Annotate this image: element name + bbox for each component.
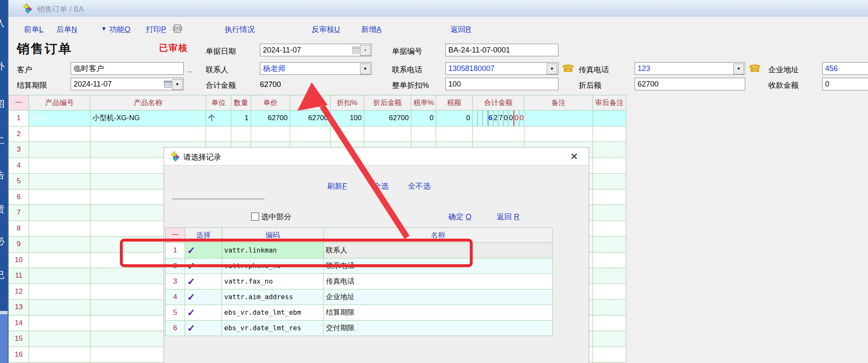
table-cell[interactable]: 6: [8, 189, 29, 205]
row-checkmark-icon[interactable]: ✓: [185, 258, 222, 274]
table-cell[interactable]: 15: [8, 331, 29, 347]
table-cell[interactable]: [593, 205, 626, 221]
table-cell[interactable]: [29, 316, 90, 331]
discount-input[interactable]: 100: [445, 78, 558, 90]
table-cell[interactable]: [251, 126, 290, 142]
dialog-table-row[interactable]: 4✓vattr.aim_address企业地址: [165, 289, 553, 305]
dialog-table-row[interactable]: 5✓ebs_vr.date_lmt_ebm结算期限: [165, 305, 553, 321]
dialog-table-row[interactable]: 2✓vattr.phone_no联系电话: [165, 258, 553, 274]
row-checkmark-icon[interactable]: ✓: [185, 243, 222, 258]
table-cell[interactable]: [29, 189, 90, 205]
partial-select-checkbox[interactable]: [251, 213, 259, 221]
table-cell[interactable]: [593, 126, 626, 142]
table-cell[interactable]: [593, 347, 626, 363]
table-cell[interactable]: XXJ: [29, 110, 90, 126]
table-cell[interactable]: [206, 126, 231, 142]
dialog-table-cell[interactable]: 4: [165, 289, 185, 305]
toolbar-item-R[interactable]: 返回R: [450, 24, 471, 34]
dialog-table-cell[interactable]: 6: [165, 321, 185, 336]
dialog-table-cell[interactable]: ebs_vr.date_lmt_ebm: [222, 305, 324, 321]
table-cell[interactable]: [593, 237, 626, 253]
dialog-table-cell[interactable]: vattr.aim_address: [222, 289, 324, 305]
dialog-table-cell[interactable]: 5: [165, 305, 185, 321]
toolbar-item-P[interactable]: 打印P: [146, 24, 166, 34]
dialog-link-全选[interactable]: 全选: [373, 181, 389, 191]
dialog-link-全不选[interactable]: 全不选: [408, 181, 431, 191]
table-cell[interactable]: [29, 300, 90, 316]
table-cell[interactable]: [331, 126, 364, 142]
table-cell[interactable]: 62700: [251, 110, 290, 126]
table-cell[interactable]: [29, 126, 90, 142]
after-disc-input[interactable]: 62700: [635, 78, 745, 90]
dialog-button-R[interactable]: 返回 R: [497, 212, 519, 222]
dialog-table-cell[interactable]: 传真电话: [324, 274, 553, 289]
dialog-table-cell[interactable]: vattr.linkman: [222, 243, 324, 258]
table-cell[interactable]: 6270000: [473, 110, 524, 126]
dialog-table-cell[interactable]: vattr.phone_no: [222, 258, 324, 274]
row-checkmark-icon[interactable]: ✓: [185, 274, 222, 289]
table-cell[interactable]: 9: [8, 237, 29, 253]
table-cell[interactable]: [593, 268, 626, 284]
table-cell[interactable]: [524, 110, 593, 126]
dialog-table-cell[interactable]: vattr.fax_no: [222, 274, 324, 289]
address-input[interactable]: 456: [822, 62, 868, 75]
toolbar-item-O[interactable]: 功能O: [109, 24, 130, 34]
filter-input[interactable]: [172, 199, 265, 199]
toolbar-item-N[interactable]: 后单N: [56, 24, 77, 34]
table-cell[interactable]: [29, 347, 90, 363]
dialog-table-cell[interactable]: 2: [165, 258, 185, 274]
left-sidebar[interactable]: 入外招二告责必已: [0, 0, 8, 363]
dialog-table-cell[interactable]: 联系电话: [324, 258, 553, 274]
toolbar-item-L[interactable]: 前单L: [24, 24, 43, 34]
dialog-button-O[interactable]: 确定 O: [448, 212, 471, 222]
table-cell[interactable]: [290, 126, 331, 142]
fax-dropdown[interactable]: ▼: [733, 63, 744, 74]
customer-input[interactable]: 临时客户: [71, 62, 184, 75]
table-cell[interactable]: [29, 268, 90, 284]
dialog-table-cell[interactable]: ebs_vr.date_lmt_res: [222, 321, 324, 336]
table-cell[interactable]: 14: [8, 316, 29, 331]
table-cell[interactable]: [411, 126, 436, 142]
table-cell[interactable]: 0: [411, 110, 436, 126]
table-cell[interactable]: 3: [8, 142, 29, 158]
table-cell[interactable]: [593, 300, 626, 316]
table-cell[interactable]: [29, 237, 90, 253]
table-cell[interactable]: [593, 221, 626, 237]
table-cell[interactable]: 100: [331, 110, 364, 126]
table-cell[interactable]: [364, 126, 411, 142]
phone-dropdown[interactable]: ▼: [547, 63, 557, 74]
settle-date-input[interactable]: 2024-11-07 ▼: [71, 78, 184, 90]
row-checkmark-icon[interactable]: ✓: [185, 305, 222, 321]
table-cell[interactable]: 10: [8, 253, 29, 268]
table-cell[interactable]: [29, 158, 90, 174]
phone-combobox[interactable]: 13058180007 ▼: [445, 62, 558, 75]
fax-combobox[interactable]: 123 ▼: [635, 62, 745, 75]
table-cell[interactable]: 0: [436, 110, 473, 126]
table-cell[interactable]: [593, 174, 626, 189]
table-cell[interactable]: 16: [8, 347, 29, 363]
row-checkmark-icon[interactable]: ✓: [185, 289, 222, 305]
table-cell[interactable]: 62700: [290, 110, 331, 126]
dialog-table-cell[interactable]: 联系人: [324, 243, 553, 258]
table-cell[interactable]: 2: [8, 126, 29, 142]
toolbar-item-U[interactable]: 反审核U: [312, 24, 340, 34]
close-icon[interactable]: ×: [570, 149, 578, 163]
table-cell[interactable]: 1: [231, 110, 251, 126]
table-cell[interactable]: [29, 253, 90, 268]
table-cell[interactable]: [593, 331, 626, 347]
toolbar-item-执行情况[interactable]: 执行情况: [225, 24, 255, 34]
table-cell[interactable]: [593, 253, 626, 268]
table-cell[interactable]: 1: [8, 110, 29, 126]
doc-date-input[interactable]: 2024-11-07 ▼: [260, 44, 372, 56]
table-cell[interactable]: [29, 284, 90, 300]
table-cell[interactable]: [29, 331, 90, 347]
customer-lookup-button[interactable]: ..: [188, 66, 192, 74]
dialog-table-cell[interactable]: 3: [165, 274, 185, 289]
table-cell[interactable]: [593, 142, 626, 158]
dialog-table-cell[interactable]: 交付期限: [324, 321, 553, 336]
dialog-table-row[interactable]: 1✓vattr.linkman联系人: [165, 243, 553, 258]
table-cell[interactable]: 个: [206, 110, 231, 126]
printer-icon[interactable]: [173, 24, 182, 33]
table-cell[interactable]: [593, 284, 626, 300]
table-row[interactable]: 2: [8, 126, 626, 142]
